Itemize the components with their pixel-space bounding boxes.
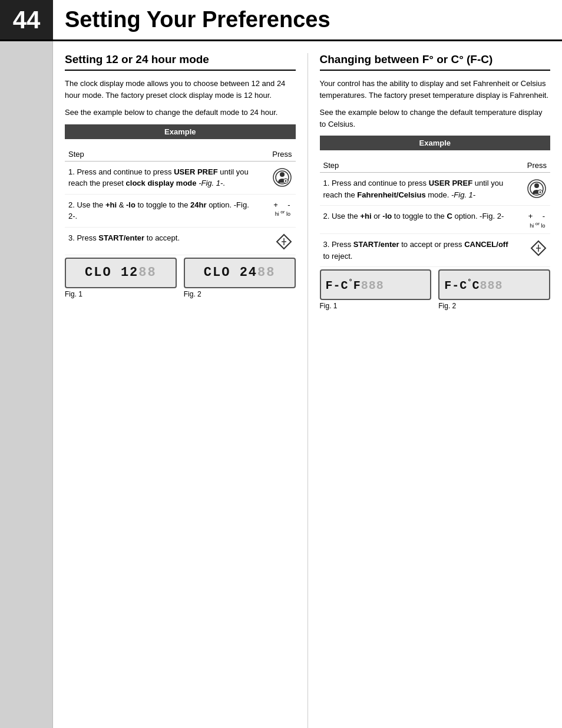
right-fig2-label: Fig. 2 [438, 302, 550, 310]
right-start-enter-icon [530, 240, 547, 256]
left-col-press: Press [272, 150, 292, 159]
right-fig1-display: F-C°F888 [320, 269, 432, 300]
page-title-box: Setting Your Preferences [53, 0, 330, 39]
left-fig2: CLO 2488 Fig. 2 [184, 258, 296, 298]
left-step-3: 3. Press START/enter to accept. [65, 228, 296, 255]
page-title: Setting Your Preferences [65, 7, 330, 32]
right-example-header-row: Example [320, 136, 551, 150]
right-hi-lo-icon: + - hi or lo [528, 212, 547, 229]
left-col-step: Step [68, 150, 84, 159]
right-example-header: Example [320, 136, 551, 150]
right-step-3: 3. Press START/enter to accept or press … [320, 234, 551, 267]
right-step-3-press [517, 239, 547, 256]
left-section-title: Setting 12 or 24 hour mode [65, 53, 296, 71]
right-col-press: Press [527, 161, 547, 170]
right-section-title: Changing between F° or C° (F-C) [320, 53, 551, 71]
right-step-1: 1. Press and continue to press USER PREF… [320, 173, 551, 206]
left-subheader: Step Press [65, 147, 296, 162]
left-example-table: Example [65, 124, 296, 139]
right-figures: F-C°F888 Fig. 1 F-C°C888 Fig. 2 [320, 269, 551, 310]
start-enter-icon [276, 233, 292, 250]
right-column: Changing between F° or C° (F-C) Your con… [308, 53, 563, 728]
svg-point-14 [534, 183, 539, 188]
left-example-header: Example [65, 124, 296, 139]
left-fig2-label: Fig. 2 [184, 290, 296, 298]
hi-lo-icon: + - hi or lo [273, 200, 292, 218]
svg-point-16 [540, 192, 541, 193]
right-step-3-text: 3. Press START/enter to accept or press … [323, 239, 518, 262]
left-fig1-display: CLO 1288 [65, 258, 177, 288]
right-fig1-label: Fig. 1 [320, 302, 432, 310]
left-step-2-press: + - hi or lo [263, 199, 292, 218]
user-pref-icon [272, 167, 292, 187]
left-intro-1: The clock display mode allows you to cho… [65, 78, 296, 101]
left-step-2: 2. Use the +hi & -lo to toggle to the 24… [65, 195, 296, 228]
page-wrapper: 44 Setting Your Preferences Setting 12 o… [0, 0, 562, 728]
left-step-1-press [263, 166, 292, 187]
right-step-2-press: + - hi or lo [517, 210, 547, 229]
content-area: Setting 12 or 24 hour mode The clock dis… [53, 41, 562, 728]
right-intro-2: See the example below to change the defa… [320, 107, 551, 130]
right-section-title-text: Changing between F° or C° (F-C) [320, 53, 493, 65]
left-sidebar [0, 41, 53, 728]
right-user-pref-icon [527, 179, 547, 199]
right-intro-1: Your control has the ability to display … [320, 78, 551, 101]
right-subheader: Step Press [320, 159, 551, 173]
example-header-row: Example [65, 124, 296, 139]
right-fig2: F-C°C888 Fig. 2 [438, 269, 550, 310]
right-step-2-text: 2. Use the +hi or -lo to toggle to the C… [323, 210, 518, 222]
left-step-1: 1. Press and continue to press USER PREF… [65, 162, 296, 195]
right-col-step: Step [323, 161, 339, 170]
left-figures: CLO 1288 Fig. 1 CLO 2488 Fig. 2 [65, 258, 296, 298]
right-fig2-display: F-C°C888 [438, 269, 550, 300]
left-fig2-display: CLO 2488 [184, 258, 296, 288]
left-step-3-press [263, 232, 292, 250]
main-layout: Setting 12 or 24 hour mode The clock dis… [0, 41, 562, 728]
left-intro-2: See the example below to change the defa… [65, 107, 296, 118]
page-number: 44 [0, 0, 53, 39]
left-step-2-text: 2. Use the +hi & -lo to toggle to the 24… [68, 199, 263, 222]
right-step-1-press [517, 177, 547, 199]
left-fig1: CLO 1288 Fig. 1 [65, 258, 177, 298]
right-example-table: Example [320, 136, 551, 150]
left-step-1-text: 1. Press and continue to press USER PREF… [68, 166, 263, 189]
left-step-3-text: 3. Press START/enter to accept. [68, 232, 263, 244]
right-step-2: 2. Use the +hi or -lo to toggle to the C… [320, 206, 551, 234]
page-header: 44 Setting Your Preferences [0, 0, 562, 41]
left-column: Setting 12 or 24 hour mode The clock dis… [53, 53, 308, 728]
right-step-1-text: 1. Press and continue to press USER PREF… [323, 177, 518, 200]
svg-point-2 [280, 172, 285, 177]
right-fig1: F-C°F888 Fig. 1 [320, 269, 432, 310]
svg-point-4 [285, 180, 286, 182]
left-fig1-label: Fig. 1 [65, 290, 177, 298]
